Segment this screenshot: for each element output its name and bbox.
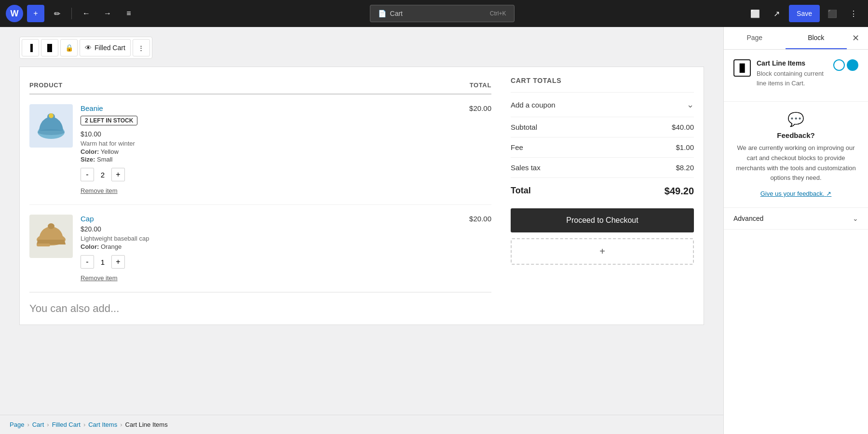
edit-mode-button[interactable]: ✏ xyxy=(48,5,66,22)
beanie-desc: Warm hat for winter xyxy=(81,140,469,147)
table-row: Cap $20.00 Lightweight baseball cap Colo… xyxy=(29,205,491,292)
total-col-header: TOTAL xyxy=(470,81,491,89)
right-panel: Page Block ✕ ▐▌ Cart Line Items Block co… xyxy=(723,27,868,434)
beanie-image xyxy=(29,104,73,148)
subtotal-value: $40.00 xyxy=(672,123,694,131)
total-row: Total $49.20 xyxy=(511,178,694,204)
save-button[interactable]: Save xyxy=(789,5,820,22)
cap-qty-increase-button[interactable]: + xyxy=(111,255,125,269)
advanced-header[interactable]: Advanced ⌄ xyxy=(724,208,868,230)
block-toolbar: ▐ ▐▌ 🔒 👁 Filled Cart ⋮ xyxy=(19,37,152,59)
list-view-button[interactable]: ≡ xyxy=(120,5,137,22)
cart-block: PRODUCT TOTAL Be xyxy=(19,67,704,325)
panel-close-button[interactable]: ✕ xyxy=(847,29,864,47)
status-dots xyxy=(833,59,858,71)
beanie-qty-decrease-button[interactable]: - xyxy=(81,168,94,181)
breadcrumb-filled-cart-link[interactable]: Filled Cart xyxy=(52,421,81,428)
advanced-section: Advanced ⌄ xyxy=(724,208,868,230)
external-icon: ↗ xyxy=(826,190,831,197)
beanie-size: Size: Small xyxy=(81,156,469,163)
cap-qty-decrease-button[interactable]: - xyxy=(81,255,94,269)
feedback-text: We are currently working on improving ou… xyxy=(733,143,858,183)
cart-totals-panel: CART TOTALS Add a coupon ⌄ Subtotal $40.… xyxy=(511,77,694,315)
breadcrumb-page-link[interactable]: Page xyxy=(10,421,24,428)
block-title: Cart Line Items xyxy=(757,59,827,67)
cap-link[interactable]: Cap xyxy=(81,215,94,223)
column-layout-1-button[interactable]: ▐ xyxy=(22,39,39,56)
cap-color: Color: Orange xyxy=(81,243,469,250)
redo-button[interactable]: → xyxy=(99,5,116,22)
beanie-qty-increase-button[interactable]: + xyxy=(111,168,125,181)
feedback-icon: 💬 xyxy=(733,111,858,127)
beanie-remove-link[interactable]: Remove item xyxy=(81,187,118,194)
block-info-section: ▐▌ Cart Line Items Block containing curr… xyxy=(724,50,868,102)
feedback-link-text: Give us your feedback. xyxy=(760,190,825,197)
topbar-center: 📄 Cart Ctrl+K xyxy=(141,5,743,22)
block-tab[interactable]: Block xyxy=(786,27,847,49)
advanced-label: Advanced xyxy=(733,215,763,222)
stock-badge: 2 LEFT IN STOCK xyxy=(81,116,137,125)
beanie-qty-value: 2 xyxy=(98,171,108,179)
cap-remove-link[interactable]: Remove item xyxy=(81,274,118,282)
more-block-options-button[interactable]: ⋮ xyxy=(133,39,150,56)
desktop-view-button[interactable]: ⬜ xyxy=(746,5,764,22)
eye-icon: 👁 xyxy=(85,44,92,52)
topbar: W + ✏ ← → ≡ 📄 Cart Ctrl+K ⬜ ↗ Save ⬛ ⋮ xyxy=(0,0,868,27)
feedback-link[interactable]: Give us your feedback. ↗ xyxy=(760,190,832,197)
command-palette[interactable]: 📄 Cart Ctrl+K xyxy=(370,5,515,22)
breadcrumb: Page › Cart › Filled Cart › Cart Items ›… xyxy=(0,415,723,434)
doc-icon: 📄 xyxy=(378,10,386,17)
feedback-title: Feedback? xyxy=(733,131,858,139)
fee-row: Fee $1.00 xyxy=(511,137,694,158)
page-tab[interactable]: Page xyxy=(724,27,786,49)
cap-qty-control: - 1 + xyxy=(81,255,469,269)
beanie-total: $20.00 xyxy=(469,104,491,112)
more-options-button[interactable]: ⋮ xyxy=(845,5,862,22)
cart-totals-title: CART TOTALS xyxy=(511,77,694,84)
svg-rect-6 xyxy=(37,244,50,246)
beanie-link[interactable]: Beanie xyxy=(81,104,103,112)
editor-area: ▐ ▐▌ 🔒 👁 Filled Cart ⋮ PRODUCT TOTAL xyxy=(0,27,723,434)
main-layout: ▐ ▐▌ 🔒 👁 Filled Cart ⋮ PRODUCT TOTAL xyxy=(0,27,868,434)
advanced-chevron-icon: ⌄ xyxy=(853,215,858,222)
block-icon: ▐▌ xyxy=(733,59,751,77)
status-dot-filled xyxy=(847,59,858,71)
breadcrumb-cart-items-link[interactable]: Cart Items xyxy=(88,421,117,428)
beanie-svg xyxy=(34,109,68,143)
cap-total: $20.00 xyxy=(469,215,491,223)
settings-toggle-button[interactable]: ⬛ xyxy=(824,5,841,22)
next-item-text: You can also add... xyxy=(29,302,491,315)
panel-header: Page Block ✕ xyxy=(724,27,868,50)
column-layout-2-button[interactable]: ▐▌ xyxy=(41,39,58,56)
topbar-right: ⬜ ↗ Save ⬛ ⋮ xyxy=(746,5,862,22)
lock-button[interactable]: 🔒 xyxy=(60,39,78,56)
total-value: $49.20 xyxy=(665,186,694,197)
add-block-topbar-button[interactable]: + xyxy=(27,5,44,22)
filled-cart-label-button[interactable]: 👁 Filled Cart xyxy=(80,39,131,56)
external-link-button[interactable]: ↗ xyxy=(768,5,785,22)
cap-qty-value: 1 xyxy=(98,258,108,266)
svg-point-3 xyxy=(38,129,65,135)
breadcrumb-cart-link[interactable]: Cart xyxy=(32,421,44,428)
beanie-details: Beanie 2 LEFT IN STOCK $10.00 Warm hat f… xyxy=(81,104,469,195)
tax-row: Sales tax $8.20 xyxy=(511,158,694,178)
checkout-button[interactable]: Proceed to Checkout xyxy=(511,208,694,232)
cap-image xyxy=(29,215,73,258)
fee-value: $1.00 xyxy=(676,143,694,151)
beanie-color: Color: Yellow xyxy=(81,148,469,155)
wp-logo-icon[interactable]: W xyxy=(6,5,23,22)
block-info-header: ▐▌ Cart Line Items Block containing curr… xyxy=(733,59,858,88)
add-block-button[interactable]: + xyxy=(511,238,694,265)
coupon-row[interactable]: Add a coupon ⌄ xyxy=(511,92,694,117)
product-col-header: PRODUCT xyxy=(29,81,63,89)
fee-label: Fee xyxy=(511,143,523,151)
beanie-qty-control: - 2 + xyxy=(81,168,469,181)
filled-cart-text: Filled Cart xyxy=(95,44,125,52)
total-label: Total xyxy=(511,186,531,197)
svg-point-5 xyxy=(48,223,54,229)
status-dot-outline xyxy=(833,59,845,71)
feedback-section: 💬 Feedback? We are currently working on … xyxy=(724,102,868,208)
undo-button[interactable]: ← xyxy=(78,5,95,22)
next-item-preview: You can also add... xyxy=(29,292,491,315)
cap-price: $20.00 xyxy=(81,225,469,233)
